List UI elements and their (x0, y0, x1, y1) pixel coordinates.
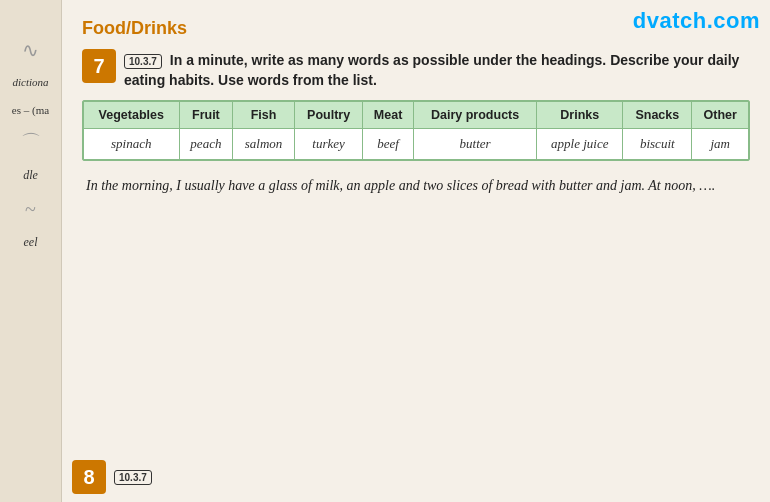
cell-dairy: butter (413, 129, 536, 160)
scribble-mid: ⌒ (21, 132, 41, 152)
sidebar-dictiona: dictiona (12, 76, 48, 88)
sidebar-eel: eel (24, 235, 38, 250)
food-table-wrapper: Vegetables Fruit Fish Poultry Meat Dairy… (82, 100, 750, 161)
food-table: Vegetables Fruit Fish Poultry Meat Dairy… (83, 101, 749, 160)
section-heading: Food/Drinks (82, 18, 750, 39)
cell-poultry: turkey (294, 129, 362, 160)
scribble-bot: ~ (25, 199, 36, 219)
exercise-7-instruction: In a minute, write as many words as poss… (124, 52, 739, 88)
cell-other: jam (692, 129, 749, 160)
exercise-7-row: 7 10.3.7 In a minute, write as many word… (82, 49, 750, 90)
col-meat: Meat (363, 102, 414, 129)
col-other: Other (692, 102, 749, 129)
left-sidebar: ∿ dictiona es – (ma ⌒ dle ~ eel (0, 0, 62, 502)
exercise-7-tag: 10.3.7 (124, 54, 162, 69)
table-header-row: Vegetables Fruit Fish Poultry Meat Dairy… (84, 102, 749, 129)
exercise-8-row: 8 10.3.7 (72, 460, 152, 494)
col-vegetables: Vegetables (84, 102, 180, 129)
cell-meat: beef (363, 129, 414, 160)
col-dairy: Dairy products (413, 102, 536, 129)
exercise-8-number: 8 (72, 460, 106, 494)
cell-fruit: peach (179, 129, 233, 160)
exercise-8-tag: 10.3.7 (114, 470, 152, 485)
col-fruit: Fruit (179, 102, 233, 129)
scribble-top: ∿ (22, 40, 39, 60)
cell-snacks: biscuit (623, 129, 692, 160)
col-snacks: Snacks (623, 102, 692, 129)
cell-fish: salmon (233, 129, 295, 160)
sidebar-dle: dle (23, 168, 38, 183)
sample-text: In the morning, I usually have a glass o… (86, 175, 750, 197)
sidebar-es: es – (ma (12, 104, 49, 116)
main-content: Food/Drinks 7 10.3.7 In a minute, write … (62, 0, 770, 502)
col-poultry: Poultry (294, 102, 362, 129)
exercise-7-number: 7 (82, 49, 116, 83)
col-drinks: Drinks (537, 102, 623, 129)
table-row: spinach peach salmon turkey beef butter … (84, 129, 749, 160)
cell-vegetables: spinach (84, 129, 180, 160)
cell-drinks: apple juice (537, 129, 623, 160)
col-fish: Fish (233, 102, 295, 129)
